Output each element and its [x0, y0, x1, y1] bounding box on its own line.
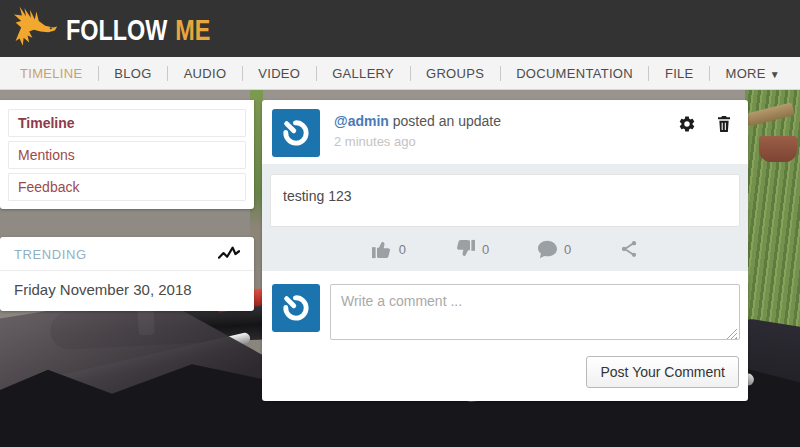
comment-button[interactable]: 0 [537, 239, 571, 259]
brand-title: FOLLOW ME [66, 13, 210, 47]
post-timestamp: 2 minutes ago [334, 134, 736, 149]
post-title: @admin posted an update [334, 113, 736, 129]
post-tools [678, 115, 732, 133]
avatar[interactable] [272, 109, 320, 157]
nav-divider [709, 66, 710, 81]
post-actions: 0 0 0 [270, 227, 740, 259]
nav-divider [316, 66, 317, 81]
nav-item-groups[interactable]: GROUPS [426, 66, 484, 81]
author-link[interactable]: @admin [334, 113, 389, 129]
nav-item-more[interactable]: MORE▼ [726, 66, 780, 81]
nav-more-label: MORE [726, 66, 766, 81]
post-content: testing 123 [270, 174, 740, 227]
nav-item-blog[interactable]: BLOG [114, 66, 151, 81]
nav-item-timeline[interactable]: TIMELINE [20, 66, 82, 81]
gear-icon[interactable] [678, 115, 696, 133]
nav-item-documentation[interactable]: DOCUMENTATION [516, 66, 633, 81]
sidebar-item-timeline[interactable]: Timeline [8, 109, 246, 137]
trending-header: TRENDING [0, 237, 254, 271]
nav-divider [500, 66, 501, 81]
trending-panel: TRENDING Friday November 30, 2018 [0, 237, 254, 311]
trash-icon[interactable] [716, 115, 732, 133]
power-icon [279, 291, 313, 325]
brand-first-word: FOLLOW [66, 13, 167, 47]
brand-second-word: ME [175, 13, 210, 47]
like-count: 0 [399, 242, 406, 257]
nav-divider [410, 66, 411, 81]
comment-count: 0 [564, 242, 571, 257]
sidebar-item-mentions[interactable]: Mentions [8, 141, 246, 169]
power-icon [279, 116, 313, 150]
avatar [272, 284, 320, 332]
like-button[interactable]: 0 [371, 239, 406, 259]
app-header: FOLLOW ME [0, 0, 800, 57]
main-nav: TIMELINE BLOG AUDIO VIDEO GALLERY GROUPS… [0, 57, 800, 90]
nav-item-gallery[interactable]: GALLERY [332, 66, 394, 81]
sidebar-item-feedback[interactable]: Feedback [8, 173, 246, 201]
nav-item-video[interactable]: VIDEO [258, 66, 300, 81]
post-comment-button[interactable]: Post Your Comment [586, 356, 739, 388]
dislike-count: 0 [482, 242, 489, 257]
post-header: @admin posted an update 2 minutes ago [262, 100, 748, 164]
comment-bubble-icon [537, 240, 558, 259]
plant-pot [759, 136, 797, 162]
post-meta: @admin posted an update 2 minutes ago [334, 110, 736, 149]
trending-date: Friday November 30, 2018 [0, 271, 254, 311]
nav-divider [648, 66, 649, 81]
share-icon [619, 239, 639, 259]
post-action-text: posted an update [393, 113, 501, 129]
sidebar: Timeline Mentions Feedback [0, 100, 254, 209]
grass-area [745, 90, 800, 332]
trending-title: TRENDING [14, 247, 87, 262]
comment-input-wrap [330, 284, 740, 344]
post-body: testing 123 0 0 [262, 164, 748, 271]
activity-icon [218, 245, 240, 263]
eagle-icon [10, 5, 58, 53]
dislike-button[interactable]: 0 [454, 239, 489, 259]
comment-section: Post Your Comment [262, 271, 748, 401]
chevron-down-icon: ▼ [770, 69, 780, 80]
thumbs-down-icon [454, 239, 476, 259]
comment-row [272, 284, 742, 344]
share-button[interactable] [619, 239, 639, 259]
thumbs-up-icon [371, 239, 393, 259]
comment-input[interactable] [330, 284, 740, 340]
nav-item-audio[interactable]: AUDIO [184, 66, 227, 81]
nav-divider [167, 66, 168, 81]
nav-item-file[interactable]: FILE [665, 66, 694, 81]
post-card: @admin posted an update 2 minutes ago [262, 100, 748, 401]
nav-divider [242, 66, 243, 81]
page: FOLLOW ME TIMELINE BLOG AUDIO VIDEO GALL… [0, 0, 800, 447]
nav-divider [98, 66, 99, 81]
comment-submit-row: Post Your Comment [272, 356, 742, 388]
